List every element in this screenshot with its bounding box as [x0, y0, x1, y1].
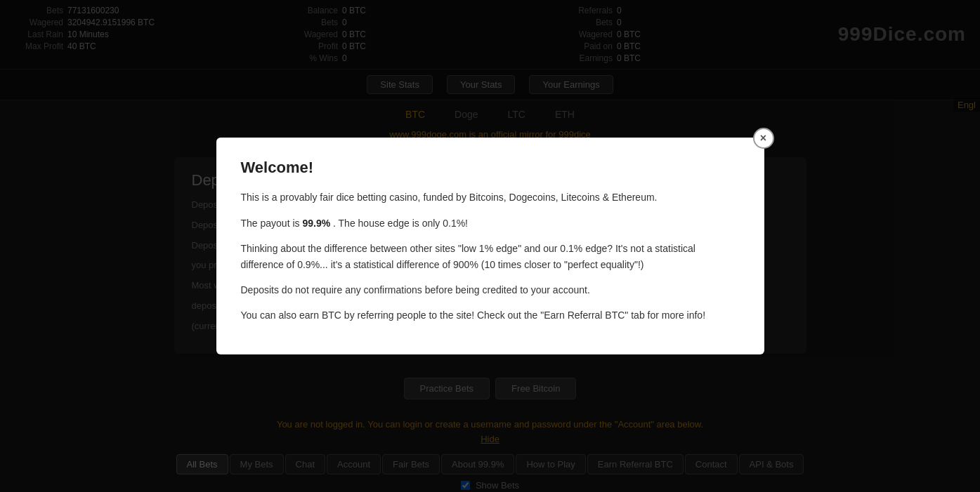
modal-para2-prefix: The payout is [241, 218, 303, 229]
modal-para-1: This is a provably fair dice betting cas… [241, 190, 740, 205]
modal-para-5: You can also earn BTC by referring peopl… [241, 307, 740, 323]
modal-para2-bold: 99.9% [302, 218, 330, 229]
modal-container: × Welcome! This is a provably fair dice … [216, 138, 764, 354]
modal-para2-suffix: . The house edge is only 0.1%! [330, 218, 468, 229]
modal-overlay[interactable]: × Welcome! This is a provably fair dice … [0, 0, 980, 492]
modal-para-4: Deposits do not require any confirmation… [241, 282, 740, 298]
modal-title: Welcome! [241, 159, 740, 177]
modal-para-2: The payout is 99.9% . The house edge is … [241, 215, 740, 231]
modal-para-3: Thinking about the difference between ot… [241, 241, 740, 272]
modal-close-button[interactable]: × [753, 128, 774, 149]
